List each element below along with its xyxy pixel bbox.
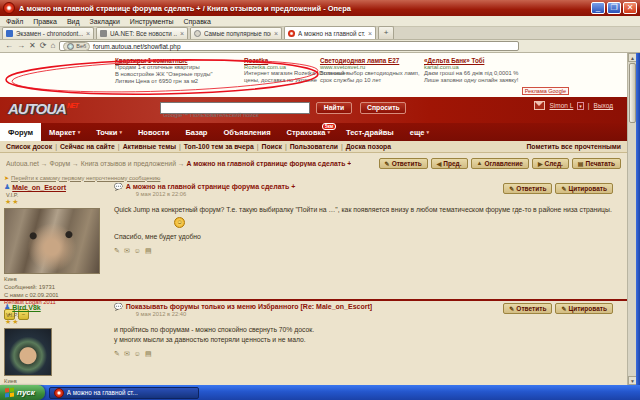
post-body-line: Спасибо, мне будет удобно xyxy=(114,232,619,242)
author-link[interactable]: Male_on_Escort xyxy=(12,184,66,191)
ad-led-lamp[interactable]: Светодиодная лампа Е27 www.svetosvet.ru … xyxy=(320,57,420,84)
ad-apartments[interactable]: Квартиры 1 комнатные Продам 1-к отличные… xyxy=(115,57,239,86)
user-menu-chevron-icon[interactable]: ▾ xyxy=(577,102,584,110)
forward-button[interactable]: → xyxy=(17,41,25,51)
main-nav: Форум Маркет▾ Точки▾ Новости Базар Объяв… xyxy=(0,123,627,141)
post-quote-button[interactable]: ✎Цитировать xyxy=(555,303,613,314)
prev-button[interactable]: ◀Пред. xyxy=(431,158,468,169)
tab-1[interactable]: Экзамен - chronodont... × xyxy=(2,27,94,39)
search-input[interactable] xyxy=(161,110,309,120)
site-logo[interactable]: AUTOUANET xyxy=(8,100,78,117)
profile-icon[interactable]: ☺ xyxy=(134,350,141,358)
arrow: → xyxy=(41,160,48,167)
username-link[interactable]: Simon L xyxy=(549,102,573,109)
nav-label: еще xyxy=(410,128,425,137)
nav-insurance[interactable]: Страховка▾5км xyxy=(279,123,338,141)
breadcrumb-forum[interactable]: Форум xyxy=(49,160,70,167)
author-location: Киев xyxy=(4,276,110,284)
email-icon[interactable]: ✉ xyxy=(124,350,130,358)
nav-more[interactable]: еще▾ xyxy=(402,123,437,141)
nav-label: Объявления xyxy=(223,128,270,137)
reply-button[interactable]: ✎Ответить xyxy=(379,158,428,169)
copy-icon[interactable]: ▤ xyxy=(145,247,152,255)
search-box[interactable] xyxy=(160,102,310,114)
tab-3[interactable]: Самые популярные пос... × xyxy=(190,27,282,39)
menu-file[interactable]: Файл xyxy=(6,18,23,25)
stop-button[interactable]: ✕ xyxy=(29,41,36,51)
tab-close-icon[interactable]: × xyxy=(368,30,372,37)
link-active-topics[interactable]: Активные темы xyxy=(123,143,176,150)
link-online-now[interactable]: Сейчас на сайте xyxy=(60,143,115,150)
nav-classifieds[interactable]: Объявления xyxy=(215,123,278,141)
tab-2[interactable]: UA.NET: Все новости ... × xyxy=(96,27,188,39)
nav-market[interactable]: Маркет▾ xyxy=(41,123,88,141)
link-users[interactable]: Пользователи xyxy=(290,143,338,150)
ads-by-google-label[interactable]: Реклама Google xyxy=(522,87,569,95)
taskbar-item-opera[interactable]: А можно на главной ст... xyxy=(49,387,199,399)
link-board-list[interactable]: Список досок xyxy=(6,143,52,150)
menu-help[interactable]: Справка xyxy=(184,18,211,25)
logo-suffix: NET xyxy=(67,102,78,109)
post-quote-button[interactable]: ✎Цитировать xyxy=(555,183,613,194)
tab-close-icon[interactable]: × xyxy=(274,30,278,37)
ask-button[interactable]: Спросить xyxy=(360,102,406,114)
print-button[interactable]: ▤Печатать xyxy=(572,158,621,169)
next-button[interactable]: ▶След. xyxy=(532,158,569,169)
tab-close-icon[interactable]: × xyxy=(86,30,90,37)
nav-label: Форум xyxy=(8,128,33,137)
post-reply-button[interactable]: ✎Ответить xyxy=(503,183,552,194)
start-button[interactable]: пуск xyxy=(0,385,45,400)
back-button[interactable]: ← xyxy=(5,41,13,51)
scrollbar-thumb[interactable] xyxy=(629,63,636,123)
window-title: А можно на главной странице форума сдела… xyxy=(19,4,591,13)
index-button[interactable]: ▲Оглавление xyxy=(471,158,529,169)
smiley-icon: ☺ xyxy=(174,217,185,228)
pencil-icon: ✎ xyxy=(509,185,514,192)
nav-points[interactable]: Точки▾ xyxy=(88,123,130,141)
tab-4-active[interactable]: А можно на главной ст... × xyxy=(284,26,376,39)
minimize-button[interactable]: _ xyxy=(591,2,605,14)
first-unread-link[interactable]: ➤ Перейти к самому первому непрочтенному… xyxy=(4,174,160,181)
nav-news[interactable]: Новости xyxy=(130,123,177,141)
breadcrumb-section[interactable]: Книга отзывов и предложений xyxy=(81,160,176,167)
reload-button[interactable]: ⟳ xyxy=(40,41,47,51)
nav-label: Точки xyxy=(96,128,117,137)
mark-all-read-link[interactable]: Пометить все прочтенными xyxy=(526,143,621,150)
profile-icon[interactable]: ☺ xyxy=(134,247,141,255)
home-button[interactable]: ⌂ xyxy=(50,41,55,51)
nav-forum[interactable]: Форум xyxy=(0,123,41,141)
edit-icon[interactable]: ✎ xyxy=(114,247,120,255)
copy-icon[interactable]: ▤ xyxy=(145,350,152,358)
first-unread-label: Перейти к самому первому непрочтенному с… xyxy=(11,175,160,181)
close-button[interactable]: ✕ xyxy=(623,2,637,14)
nav-test-drives[interactable]: Тест-драйвы xyxy=(338,123,402,141)
email-icon[interactable]: ✉ xyxy=(124,247,130,255)
search-find-button[interactable]: Найти xyxy=(316,102,352,114)
tab-label: Самые популярные пос... xyxy=(204,30,271,37)
ad-title[interactable]: Светодиодная лампа Е27 xyxy=(320,57,420,64)
menu-bookmarks[interactable]: Закладки xyxy=(90,18,120,25)
vertical-scrollbar[interactable]: ▲ ▼ xyxy=(627,53,636,385)
breadcrumb-root[interactable]: Autoua.net xyxy=(6,160,39,167)
new-tab-button[interactable]: + xyxy=(378,26,394,39)
ad-delta-bank[interactable]: «Дельта Банк» Тобі kartal.com.ua Даєм гр… xyxy=(424,57,544,84)
menu-view[interactable]: Вид xyxy=(67,18,80,25)
link-search[interactable]: Поиск xyxy=(262,143,282,150)
post-reply-button[interactable]: ✎Ответить xyxy=(503,303,552,314)
mail-icon[interactable] xyxy=(534,101,545,110)
maximize-button[interactable]: ❐ xyxy=(607,2,621,14)
tab-close-icon[interactable]: × xyxy=(180,30,184,37)
ad-title[interactable]: Квартиры 1 комнатные xyxy=(115,57,239,64)
nav-bazaar[interactable]: Базар xyxy=(177,123,215,141)
link-shame-board[interactable]: Доска позора xyxy=(346,143,391,150)
link-top-100[interactable]: Топ-100 тем за вчера xyxy=(184,143,254,150)
logout-link[interactable]: Выход xyxy=(594,102,613,109)
menu-tools[interactable]: Инструменты xyxy=(130,18,174,25)
edit-icon[interactable]: ✎ xyxy=(114,350,120,358)
address-field[interactable]: Веб forum.autoua.net/showflat.php xyxy=(59,41,519,51)
ad-title[interactable]: «Дельта Банк» Тобі xyxy=(424,57,544,64)
start-label: пуск xyxy=(17,388,35,397)
author-link[interactable]: Bird V8k xyxy=(12,304,40,311)
menu-edit[interactable]: Правка xyxy=(33,18,57,25)
window-right-border xyxy=(636,53,640,385)
